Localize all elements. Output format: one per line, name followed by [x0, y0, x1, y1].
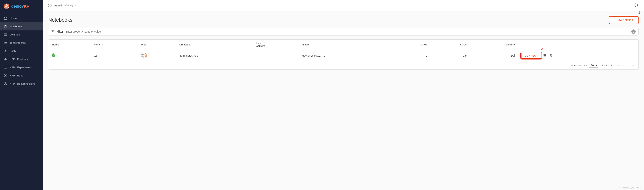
prev-page-button[interactable]: ‹: [622, 63, 625, 67]
cell-memory: 1Gi: [470, 50, 518, 61]
stop-icon: [543, 54, 546, 57]
sidebar: deployKF Home Notebooks Volumes: [0, 0, 43, 190]
katib-icon: [4, 49, 8, 53]
items-per-page-select[interactable]: 10 5 25 50: [589, 63, 598, 67]
logo: deployKF: [0, 0, 43, 13]
connect-button[interactable]: CONNECT: [521, 53, 541, 59]
topbar-right: [634, 2, 639, 9]
sidebar-item-label: Tensorboards: [10, 41, 26, 44]
col-memory: Memory: [470, 40, 518, 50]
svg-point-8: [5, 35, 5, 35]
stop-button[interactable]: [542, 53, 547, 58]
svg-point-2: [6, 6, 8, 7]
svg-point-29: [144, 56, 145, 57]
topbar-left: T team-1 (Owner) ▼: [48, 3, 77, 8]
sidebar-nav: Home Notebooks Volumes Tensorboards: [0, 13, 43, 190]
svg-rect-9: [4, 44, 7, 44]
col-name[interactable]: Name ↑: [91, 40, 138, 50]
team-icon: T: [48, 3, 52, 8]
new-notebook-container: 1 + New Notebook: [610, 16, 638, 23]
notebooks-table: Status Name ↑ Type Created at Lastactivi…: [48, 39, 638, 70]
svg-point-12: [5, 58, 6, 58]
help-button[interactable]: ?: [631, 30, 636, 34]
sidebar-item-label: KFP - Pipelines: [10, 58, 28, 61]
table-body: test: [48, 50, 638, 61]
svg-rect-4: [4, 25, 4, 28]
annotation-1: 1: [638, 11, 640, 15]
cell-type: [138, 50, 176, 61]
sidebar-item-kfp-pipelines[interactable]: KFP - Pipelines: [0, 55, 43, 63]
runs-icon: [4, 73, 8, 77]
svg-point-10: [5, 51, 6, 51]
annotation-2: 2: [541, 47, 543, 51]
check-circle-icon: [52, 53, 56, 57]
sidebar-item-kfp-recurring-runs[interactable]: KFP - Recurring Runs: [0, 80, 43, 88]
cell-actions: 2 CONNECT: [518, 50, 638, 61]
status-running-icon: [52, 53, 56, 57]
sidebar-item-kfp-runs[interactable]: KFP - Runs: [0, 71, 43, 80]
svg-point-26: [52, 53, 56, 57]
cell-status: [48, 50, 91, 61]
cell-image: jupyter-scipy:v1.7.0: [299, 50, 391, 61]
footer-text: © 2024 deployKF_v0.0.0: [620, 187, 641, 189]
cell-cpus: 0.5: [430, 50, 470, 61]
logout-button[interactable]: [634, 2, 639, 9]
sidebar-item-notebooks[interactable]: Notebooks: [0, 22, 43, 30]
filter-icon: [51, 30, 54, 34]
col-actions: [518, 40, 638, 50]
topbar: T team-1 (Owner) ▼: [43, 0, 644, 11]
cell-created-at: 40 minutes ago: [176, 50, 253, 61]
sidebar-item-label: Katib: [10, 50, 16, 52]
team-name[interactable]: team-1: [54, 4, 62, 7]
sidebar-item-kfp-experiments[interactable]: KFP - Experiments: [0, 63, 43, 71]
sidebar-item-label: KFP - Runs: [10, 74, 23, 77]
page-info: 1 – 1 of 1: [602, 64, 612, 67]
last-page-button[interactable]: ⏭: [630, 63, 635, 67]
filter-help: ?: [631, 30, 636, 34]
svg-rect-3: [4, 25, 6, 28]
first-page-button[interactable]: ⏮: [616, 63, 621, 67]
table: Status Name ↑ Type Created at Lastactivi…: [48, 40, 638, 61]
logo-icon: [4, 3, 10, 9]
connect-btn-container: 2 CONNECT: [521, 53, 541, 59]
filter-bar: Filter ?: [48, 28, 638, 36]
jupyter-icon: [141, 52, 147, 59]
delete-button[interactable]: [548, 53, 554, 58]
logo-text: deployKF: [11, 4, 29, 9]
col-status: Status: [48, 40, 91, 50]
sidebar-item-katib[interactable]: Katib: [0, 47, 43, 55]
sidebar-item-label: KFP - Recurring Runs: [10, 82, 36, 85]
svg-point-28: [144, 53, 145, 55]
col-image: Image: [299, 40, 391, 50]
page-content: Notebooks 1 + New Notebook Filter ?: [43, 11, 644, 186]
sidebar-item-volumes[interactable]: Volumes: [0, 30, 43, 39]
notebooks-icon: [4, 24, 8, 28]
logout-icon: [634, 3, 638, 7]
col-last-activity: Lastactivity: [253, 40, 299, 50]
svg-point-13: [5, 60, 6, 60]
trash-icon: [549, 54, 552, 57]
main-content: T team-1 (Owner) ▼ Notebooks 1: [43, 0, 644, 190]
new-notebook-button[interactable]: + New Notebook: [610, 16, 638, 23]
sidebar-item-label: Home: [10, 17, 17, 20]
svg-text:T: T: [50, 5, 50, 7]
svg-rect-34: [544, 54, 546, 56]
items-per-page: Items per page: 10 5 25 50: [571, 63, 598, 67]
experiments-icon: [4, 65, 8, 69]
sidebar-item-home[interactable]: Home: [0, 14, 43, 22]
filter-input[interactable]: [66, 30, 629, 33]
col-cpus: CPUs: [430, 40, 470, 50]
volumes-icon: [4, 33, 8, 37]
filter-svg-icon: [51, 30, 54, 33]
team-dropdown-arrow[interactable]: ▼: [75, 4, 77, 7]
next-page-button[interactable]: ›: [626, 63, 629, 67]
page-header: Notebooks 1 + New Notebook: [48, 16, 638, 23]
cell-gpus: 0: [391, 50, 430, 61]
pagination-bar: Items per page: 10 5 25 50 1 – 1 of 1 ⏮ …: [48, 61, 638, 69]
svg-point-33: [145, 54, 146, 55]
team-hexagon-icon: T: [48, 3, 52, 8]
svg-point-7: [5, 34, 5, 34]
team-badge: (Owner): [64, 4, 73, 7]
sidebar-item-tensorboards[interactable]: Tensorboards: [0, 39, 43, 47]
jupyter-svg: [141, 53, 147, 58]
